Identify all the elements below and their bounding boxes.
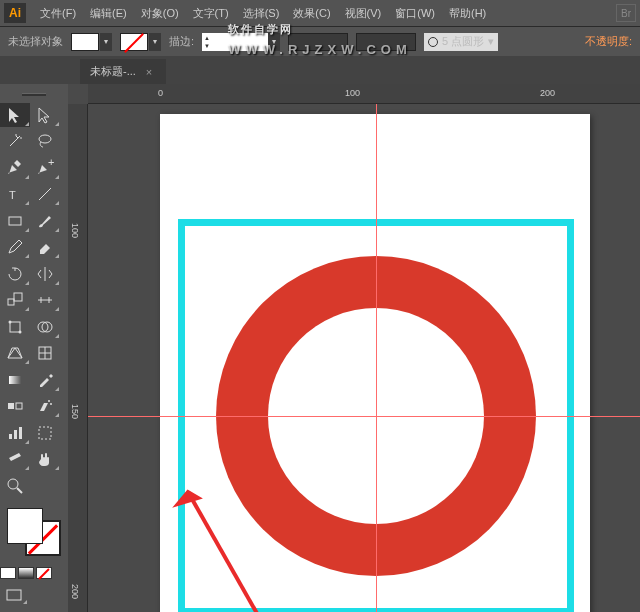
rectangle-tool[interactable] bbox=[0, 209, 30, 233]
symbol-sprayer-tool[interactable] bbox=[30, 394, 60, 418]
menu-effect[interactable]: 效果(C) bbox=[287, 3, 336, 24]
svg-rect-14 bbox=[8, 403, 14, 409]
guide-vertical[interactable] bbox=[376, 104, 377, 612]
perspective-tool[interactable] bbox=[0, 341, 30, 365]
ruler-vertical[interactable]: 100150200250 bbox=[68, 104, 88, 612]
bridge-icon[interactable]: Br bbox=[616, 4, 636, 22]
color-mode-solid[interactable] bbox=[0, 567, 16, 579]
fill-swatch[interactable] bbox=[71, 33, 99, 51]
stroke-swatch-group[interactable]: ▾ bbox=[120, 33, 161, 51]
blend-tool[interactable] bbox=[0, 394, 30, 418]
slice-tool[interactable] bbox=[0, 447, 30, 471]
style-dropdown[interactable] bbox=[356, 33, 416, 51]
screen-mode-row bbox=[0, 585, 28, 608]
fill-swatch-group[interactable]: ▾ bbox=[71, 33, 112, 51]
selection-tool[interactable] bbox=[0, 103, 30, 127]
profile-dot-icon bbox=[428, 37, 438, 47]
zoom-tool[interactable] bbox=[0, 474, 30, 498]
width-tool[interactable] bbox=[30, 288, 60, 312]
stroke-swatch[interactable] bbox=[120, 33, 148, 51]
svg-rect-20 bbox=[19, 427, 22, 439]
workspace: + T bbox=[0, 84, 640, 612]
mesh-tool[interactable] bbox=[30, 341, 60, 365]
color-mode-row bbox=[0, 567, 52, 582]
ruler-horizontal[interactable]: 0100200 bbox=[88, 84, 640, 104]
menu-select[interactable]: 选择(S) bbox=[237, 3, 286, 24]
brush-dropdown[interactable] bbox=[288, 33, 348, 51]
svg-point-17 bbox=[50, 403, 52, 405]
stroke-label: 描边: bbox=[169, 34, 194, 49]
app-logo: Ai bbox=[4, 3, 26, 23]
svg-rect-24 bbox=[7, 590, 21, 600]
gradient-tool[interactable] bbox=[0, 368, 30, 392]
svg-point-22 bbox=[8, 479, 18, 489]
hand-tool[interactable] bbox=[30, 447, 60, 471]
fill-stroke-control[interactable] bbox=[5, 506, 63, 558]
selection-status: 未选择对象 bbox=[8, 34, 63, 49]
svg-text:T: T bbox=[9, 189, 16, 201]
canvas-viewport: 0100200 100150200250 bbox=[68, 84, 640, 612]
svg-line-23 bbox=[17, 488, 22, 493]
profile-dropdown[interactable]: 5 点圆形 ▾ bbox=[424, 33, 498, 51]
svg-rect-7 bbox=[10, 322, 20, 332]
svg-rect-13 bbox=[9, 376, 21, 384]
svg-point-16 bbox=[48, 400, 50, 402]
control-bar: 未选择对象 ▾ ▾ 描边: ▲▼ ▾ 5 点圆形 ▾ 不透明度: bbox=[0, 26, 640, 56]
pen-tool[interactable] bbox=[0, 156, 30, 180]
free-transform-tool[interactable] bbox=[0, 315, 30, 339]
opacity-label: 不透明度: bbox=[585, 34, 632, 49]
pencil-tool[interactable] bbox=[0, 235, 30, 259]
menu-edit[interactable]: 编辑(E) bbox=[84, 3, 133, 24]
line-tool[interactable] bbox=[30, 182, 60, 206]
paintbrush-tool[interactable] bbox=[30, 209, 60, 233]
svg-line-25 bbox=[188, 492, 263, 612]
menu-object[interactable]: 对象(O) bbox=[135, 3, 185, 24]
screen-mode-button[interactable] bbox=[0, 585, 28, 605]
panel-grip[interactable] bbox=[4, 90, 64, 98]
stroke-weight-field[interactable] bbox=[212, 34, 268, 50]
close-icon[interactable]: × bbox=[146, 66, 152, 78]
eyedropper-tool[interactable] bbox=[30, 368, 60, 392]
rotate-tool[interactable] bbox=[0, 262, 30, 286]
menu-bar: Ai 文件(F) 编辑(E) 对象(O) 文字(T) 选择(S) 效果(C) 视… bbox=[0, 0, 640, 26]
reflect-tool[interactable] bbox=[30, 262, 60, 286]
guide-horizontal[interactable] bbox=[88, 416, 640, 417]
type-tool[interactable]: T bbox=[0, 182, 30, 206]
step-up-icon[interactable]: ▲ bbox=[202, 34, 212, 42]
profile-dropdown-icon[interactable]: ▾ bbox=[488, 35, 494, 48]
color-mode-none[interactable] bbox=[36, 567, 52, 579]
add-anchor-tool[interactable]: + bbox=[30, 156, 60, 180]
magic-wand-tool[interactable] bbox=[0, 129, 30, 153]
svg-rect-21 bbox=[39, 427, 51, 439]
shape-builder-tool[interactable] bbox=[30, 315, 60, 339]
svg-line-3 bbox=[39, 188, 51, 200]
artboard-tool[interactable] bbox=[30, 421, 60, 445]
fill-color-box[interactable] bbox=[7, 508, 43, 544]
canvas-area[interactable] bbox=[88, 104, 640, 612]
document-tab[interactable]: 未标题-... × bbox=[80, 59, 166, 84]
svg-rect-5 bbox=[8, 299, 14, 305]
step-down-icon[interactable]: ▼ bbox=[202, 42, 212, 50]
graph-tool[interactable] bbox=[0, 421, 30, 445]
color-mode-gradient[interactable] bbox=[18, 567, 34, 579]
svg-rect-18 bbox=[9, 434, 12, 439]
fill-dropdown-icon[interactable]: ▾ bbox=[100, 33, 112, 51]
svg-rect-19 bbox=[14, 430, 17, 439]
eraser-tool[interactable] bbox=[30, 235, 60, 259]
svg-rect-6 bbox=[14, 293, 22, 301]
svg-point-8 bbox=[9, 320, 12, 323]
menu-window[interactable]: 窗口(W) bbox=[389, 3, 441, 24]
menu-view[interactable]: 视图(V) bbox=[339, 3, 388, 24]
profile-value: 5 点圆形 bbox=[442, 34, 484, 49]
menu-type[interactable]: 文字(T) bbox=[187, 3, 235, 24]
svg-text:+: + bbox=[48, 159, 54, 168]
direct-selection-tool[interactable] bbox=[30, 103, 60, 127]
svg-rect-4 bbox=[9, 217, 21, 225]
scale-tool[interactable] bbox=[0, 288, 30, 312]
stroke-weight-input[interactable]: ▲▼ ▾ bbox=[202, 33, 280, 51]
lasso-tool[interactable] bbox=[30, 129, 60, 153]
stroke-weight-dropdown-icon[interactable]: ▾ bbox=[268, 33, 280, 51]
stroke-dropdown-icon[interactable]: ▾ bbox=[149, 33, 161, 51]
menu-help[interactable]: 帮助(H) bbox=[443, 3, 492, 24]
menu-file[interactable]: 文件(F) bbox=[34, 3, 82, 24]
